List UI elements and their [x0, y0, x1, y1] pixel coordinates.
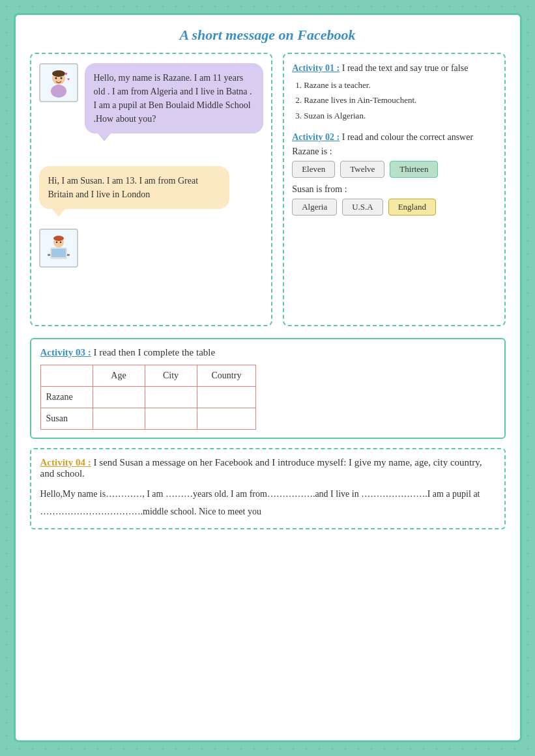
activity04-label: Activity 04 :: [40, 457, 91, 468]
susan-avatar: [39, 229, 78, 268]
list-item: Razane is a teacher.: [304, 77, 496, 92]
option-twelve[interactable]: Twelve: [340, 161, 384, 178]
activity02-block: Activity 02 : I read and colour the corr…: [292, 132, 496, 216]
razane-figure: ♥ ♥: [41, 65, 76, 100]
activity02-label: Activity 02 :: [292, 132, 340, 142]
svg-rect-9: [51, 249, 66, 257]
activity01-list: Razane is a teacher. Razane lives in Ain…: [304, 77, 496, 123]
activity04-title: Activity 04 : I send Susan a message on …: [40, 457, 495, 479]
option-thirteen[interactable]: Thirteen: [390, 161, 438, 178]
activity03-section: Activity 03 : I read then I complete the…: [30, 338, 506, 439]
page-container: A short message on Facebook: [14, 13, 522, 742]
table-row: Susan: [40, 408, 256, 430]
top-section: ♥ ♥ Hello, my name is Razane. I am 11 ye…: [30, 53, 506, 326]
option-usa[interactable]: U.S.A: [342, 199, 383, 216]
susan-from-label: Susan is from :: [292, 184, 496, 195]
svg-point-3: [55, 77, 57, 79]
option-eleven[interactable]: Eleven: [292, 161, 335, 178]
svg-point-2: [52, 70, 65, 77]
row-susan-label: Susan: [40, 408, 93, 430]
susan-bubble: Hi, I am Susan. I am 13. I am from Great…: [39, 166, 230, 209]
option-algeria[interactable]: Algeria: [292, 199, 337, 216]
svg-text:♥: ♥: [67, 77, 70, 82]
th-country: Country: [197, 365, 256, 387]
razane-age-cell[interactable]: [93, 387, 145, 408]
svg-point-13: [59, 242, 61, 243]
razane-chat: ♥ ♥ Hello, my name is Razane. I am 11 ye…: [39, 63, 264, 133]
razane-bubble: Hello, my name is Razane. I am 11 years …: [85, 63, 264, 133]
activity03-label: Activity 03 :: [40, 347, 91, 357]
svg-point-4: [60, 77, 62, 79]
activity01-block: Activity 01 : I read the text and say tr…: [292, 63, 496, 123]
th-age: Age: [93, 365, 145, 387]
complete-table: Age City Country Razane Susan: [40, 365, 257, 430]
row-razane-label: Razane: [40, 387, 93, 408]
susan-age-cell[interactable]: [93, 408, 145, 430]
susan-options: Algeria U.S.A England: [292, 199, 496, 216]
svg-point-0: [51, 85, 66, 98]
razane-options: Eleven Twelve Thirteen: [292, 161, 496, 178]
list-item: Razane lives in Ain-Temouchent.: [304, 92, 496, 107]
th-empty: [40, 365, 93, 387]
activity03-title: Activity 03 : I read then I complete the…: [40, 347, 495, 358]
th-city: City: [145, 365, 197, 387]
activity04-text: Hello,My name is…………, I am ………years old.…: [40, 486, 495, 520]
activity01-title: Activity 01 : I read the text and say tr…: [292, 63, 496, 74]
razane-country-cell[interactable]: [197, 387, 256, 408]
table-row: Razane: [40, 387, 256, 408]
page-title: A short message on Facebook: [30, 27, 506, 44]
svg-text:♥: ♥: [65, 71, 68, 77]
svg-point-12: [55, 242, 57, 243]
susan-city-cell[interactable]: [145, 408, 197, 430]
left-panel: ♥ ♥ Hello, my name is Razane. I am 11 ye…: [30, 53, 273, 326]
list-item: Suzan is Algerian.: [304, 108, 496, 123]
razane-is-label: Razane is :: [292, 147, 496, 157]
activity01-label: Activity 01 :: [292, 63, 340, 73]
susan-chat: Hi, I am Susan. I am 13. I am from Great…: [39, 161, 264, 209]
razane-avatar: ♥ ♥: [39, 63, 78, 102]
right-panel: Activity 01 : I read the text and say tr…: [283, 53, 505, 326]
activity04-section: Activity 04 : I send Susan a message on …: [30, 448, 506, 529]
razane-city-cell[interactable]: [145, 387, 197, 408]
svg-point-11: [53, 236, 64, 241]
susan-country-cell[interactable]: [197, 408, 256, 430]
table-header-row: Age City Country: [40, 365, 256, 387]
option-england[interactable]: England: [388, 199, 436, 216]
susan-figure: [41, 231, 76, 266]
activity02-title: Activity 02 : I read and colour the corr…: [292, 132, 496, 143]
susan-avatar-row: [39, 229, 264, 268]
